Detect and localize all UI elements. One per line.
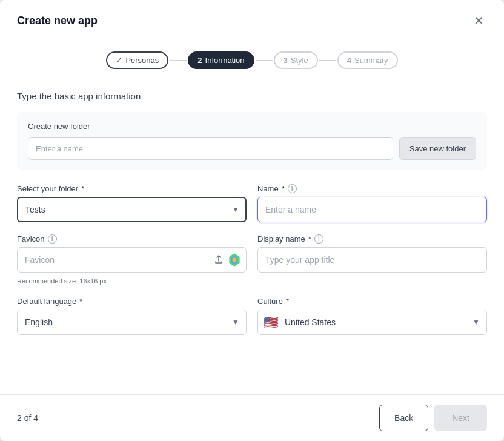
step-information: 2 Information <box>188 51 254 69</box>
step-information-number: 2 <box>197 56 202 65</box>
svg-marker-2 <box>233 257 236 262</box>
modal-body: Type the basic app information Create ne… <box>0 79 504 394</box>
step-summary-label: Summary <box>354 56 388 65</box>
required-star-lang: * <box>79 297 82 306</box>
section-title: Type the basic app information <box>17 91 487 101</box>
step-style: 3 Style <box>274 51 318 69</box>
name-group: Name * i <box>257 184 487 222</box>
default-language-label: Default language * <box>17 297 247 306</box>
footer-buttons: Back Next <box>379 405 487 431</box>
close-icon: ✕ <box>474 13 484 28</box>
required-star-folder: * <box>81 184 84 193</box>
name-input[interactable] <box>257 197 487 222</box>
favicon-upload-button[interactable] <box>213 254 225 266</box>
step-connector-1 <box>170 60 187 61</box>
step-summary-bubble[interactable]: 4 Summary <box>337 51 398 69</box>
upload-icon <box>214 255 224 265</box>
language-select-wrapper: English Spanish French German Portuguese… <box>17 310 247 335</box>
favicon-icons <box>213 253 242 267</box>
culture-label: Culture * <box>257 297 487 306</box>
display-name-group: Display name * i <box>257 234 487 285</box>
stepper: ✓ Personas 2 Information 3 Style 4 Summa… <box>0 39 504 79</box>
step-personas-bubble[interactable]: ✓ Personas <box>106 51 168 69</box>
info-icon-display: i <box>314 234 323 244</box>
default-language-group: Default language * English Spanish Frenc… <box>17 297 247 335</box>
select-folder-wrapper: Tests My Apps Production Development ▼ <box>17 197 247 222</box>
back-button[interactable]: Back <box>379 405 428 431</box>
step-connector-2 <box>256 60 273 61</box>
step-information-label: Information <box>205 56 245 65</box>
modal-footer: 2 of 4 Back Next <box>0 394 504 441</box>
favicon-hint: Recommended size: 16x16 px <box>17 277 247 285</box>
step-personas: ✓ Personas <box>106 51 168 69</box>
display-name-input[interactable] <box>257 247 487 273</box>
required-star-name: * <box>282 184 285 193</box>
save-folder-button[interactable]: Save new folder <box>399 137 476 160</box>
required-star-display: * <box>308 234 311 244</box>
step-summary: 4 Summary <box>337 51 398 69</box>
step-personas-label: Personas <box>125 56 159 65</box>
select-folder-group: Select your folder * Tests My Apps Produ… <box>17 184 247 222</box>
folder-input-row: Save new folder <box>28 137 476 160</box>
culture-dropdown[interactable]: United States United Kingdom Canada Aust… <box>257 310 487 335</box>
language-dropdown[interactable]: English Spanish French German Portuguese <box>17 310 247 335</box>
favicon-preview <box>227 253 242 267</box>
step-connector-3 <box>319 60 336 61</box>
required-star-culture: * <box>286 297 289 306</box>
create-folder-card: Create new folder Save new folder <box>17 112 487 170</box>
hexagon-icon <box>227 253 242 267</box>
step-style-number: 3 <box>284 56 288 65</box>
culture-select-wrapper: 🇺🇸 United States United Kingdom Canada A… <box>257 310 487 335</box>
folder-name-input[interactable] <box>28 137 393 160</box>
culture-group: Culture * 🇺🇸 United States United Kingdo… <box>257 297 487 335</box>
step-style-label: Style <box>291 56 308 65</box>
step-style-bubble[interactable]: 3 Style <box>274 51 318 69</box>
next-button[interactable]: Next <box>434 405 487 431</box>
select-folder-dropdown[interactable]: Tests My Apps Production Development <box>17 197 247 222</box>
step-information-bubble[interactable]: 2 Information <box>188 51 254 69</box>
favicon-label: Favicon i <box>17 234 247 244</box>
checkmark-icon: ✓ <box>116 56 122 65</box>
step-info: 2 of 4 <box>17 413 38 423</box>
select-folder-label: Select your folder * <box>17 184 247 193</box>
create-folder-label: Create new folder <box>28 122 476 131</box>
create-app-modal: Create new app ✕ ✓ Personas 2 Informatio… <box>0 0 504 441</box>
name-label: Name * i <box>257 184 487 193</box>
form-grid: Select your folder * Tests My Apps Produ… <box>17 184 487 335</box>
modal-title: Create new app <box>17 15 98 27</box>
display-name-label: Display name * i <box>257 234 487 244</box>
close-button[interactable]: ✕ <box>470 12 487 29</box>
step-summary-number: 4 <box>347 56 351 65</box>
info-icon-favicon: i <box>48 234 57 244</box>
modal-header: Create new app ✕ <box>0 0 504 39</box>
favicon-input-wrapper <box>17 247 247 273</box>
favicon-group: Favicon i <box>17 234 247 285</box>
info-icon-name: i <box>288 184 297 193</box>
